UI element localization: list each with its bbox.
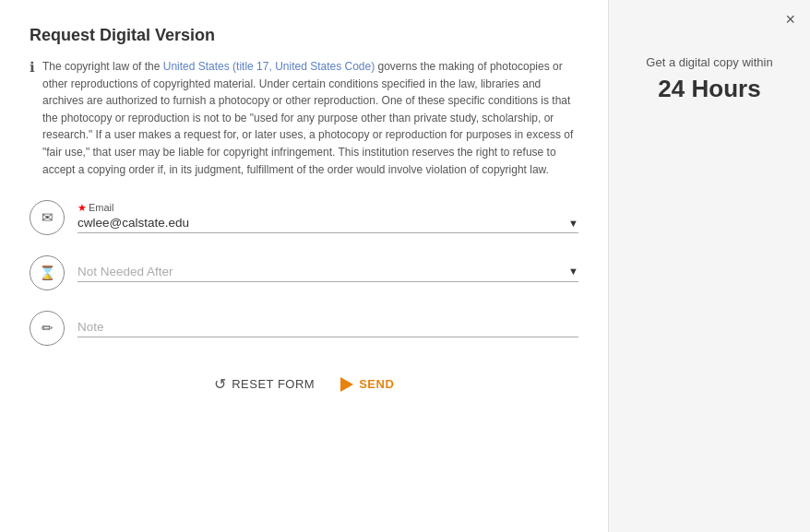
- email-field-wrapper: ★Email ▼: [77, 202, 578, 233]
- not-needed-row: ⌛ ▼: [30, 255, 578, 290]
- send-label: SEND: [359, 377, 394, 391]
- reset-label: RESET FORM: [232, 377, 315, 391]
- email-label: ★Email: [77, 202, 578, 214]
- info-icon: ℹ: [30, 59, 35, 76]
- email-input-row: ▼: [77, 216, 578, 233]
- note-input[interactable]: [77, 320, 578, 334]
- copyright-link[interactable]: United States (title 17, United States C…: [163, 60, 375, 73]
- main-panel: Request Digital Version ℹ The copyright …: [0, 0, 609, 532]
- reset-icon: ↺: [214, 375, 227, 393]
- copyright-text: The copyright law of the United States (…: [42, 58, 578, 178]
- not-needed-input-row: ▼: [77, 265, 578, 282]
- send-button[interactable]: SEND: [340, 377, 394, 392]
- form-section: ✉ ★Email ▼ ⌛ ▼ ✏: [30, 200, 578, 346]
- note-field-wrapper: [77, 320, 578, 337]
- reset-form-button[interactable]: ↺ RESET FORM: [214, 375, 316, 393]
- close-button[interactable]: ×: [785, 11, 795, 28]
- email-input[interactable]: [77, 216, 568, 230]
- get-copy-text: Get a digital copy within: [646, 55, 772, 69]
- side-panel: × Get a digital copy within 24 Hours: [609, 0, 810, 532]
- copyright-notice: ℹ The copyright law of the United States…: [30, 58, 578, 178]
- hours-display: 24 Hours: [646, 75, 772, 103]
- hourglass-icon: ⌛: [30, 255, 65, 290]
- email-icon: ✉: [30, 200, 65, 235]
- side-info: Get a digital copy within 24 Hours: [646, 55, 772, 103]
- note-input-row: [77, 320, 578, 337]
- hours-label: Hours: [692, 75, 761, 102]
- not-needed-field-wrapper: ▼: [77, 265, 578, 282]
- page-title: Request Digital Version: [30, 26, 578, 45]
- form-actions: ↺ RESET FORM SEND: [30, 375, 578, 393]
- pencil-icon: ✏: [30, 311, 65, 346]
- send-arrow-icon: [340, 377, 353, 392]
- note-row: ✏: [30, 311, 578, 346]
- email-row: ✉ ★Email ▼: [30, 200, 578, 235]
- not-needed-dropdown-arrow[interactable]: ▼: [568, 266, 578, 277]
- required-indicator: ★: [77, 202, 87, 213]
- email-dropdown-arrow[interactable]: ▼: [568, 218, 578, 229]
- not-needed-input[interactable]: [77, 265, 568, 278]
- hours-number: 24: [658, 75, 685, 102]
